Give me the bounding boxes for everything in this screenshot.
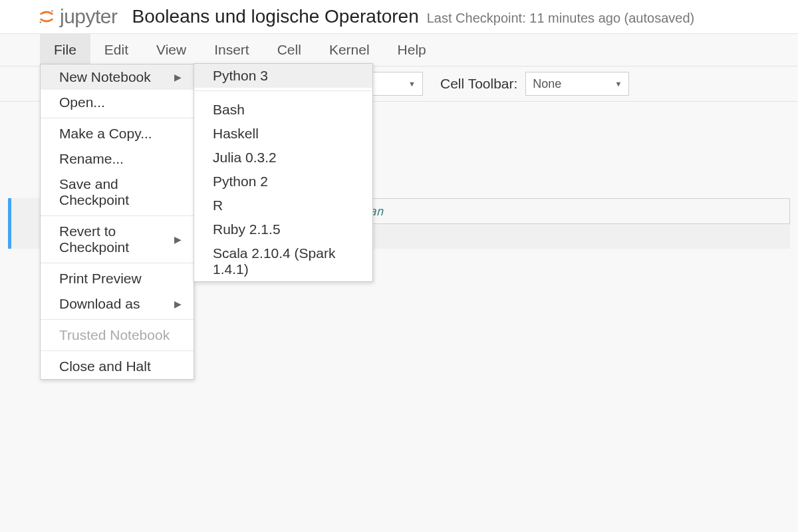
menu-separator	[41, 263, 194, 263]
notebook-header: jupyter Booleans und logische Operatoren…	[0, 0, 798, 34]
kernel-option-python-2[interactable]: Python 2	[194, 170, 372, 194]
file-menu-revert-to-checkpoint[interactable]: Revert to Checkpoint▶	[41, 219, 194, 260]
cell-toolbar-label: Cell Toolbar:	[440, 76, 517, 92]
menu-insert[interactable]: Insert	[200, 34, 263, 66]
kernel-option-bash[interactable]: Bash	[194, 98, 372, 122]
kernel-option-scala-2-10-4-spark-1-4-1[interactable]: Scala 2.10.4 (Spark 1.4.1)	[194, 241, 372, 281]
jupyter-logo-icon	[37, 7, 56, 26]
menu-item-label: Trusted Notebook	[59, 327, 170, 343]
menu-item-label: Rename...	[59, 151, 124, 167]
cell-toolbar-select[interactable]: None	[525, 72, 629, 96]
file-menu-trusted-notebook: Trusted Notebook	[41, 323, 194, 348]
menubar: FileEditViewInsertCellKernelHelp	[0, 34, 798, 66]
file-menu-save-and-checkpoint[interactable]: Save and Checkpoint	[41, 172, 194, 213]
file-menu-dropdown: New Notebook▶Open...Make a Copy...Rename…	[40, 64, 194, 380]
menu-item-label: New Notebook	[59, 69, 151, 85]
code-input[interactable]: 3 > 1	[141, 321, 790, 346]
menu-item-label: Close and Halt	[59, 358, 151, 374]
file-menu-open[interactable]: Open...	[41, 90, 194, 115]
menu-item-label: Download as	[59, 296, 140, 312]
cell-toolbar-value: None	[533, 77, 561, 91]
chevron-right-icon: ▶	[174, 72, 182, 82]
menu-edit[interactable]: Edit	[90, 34, 142, 66]
menu-item-label: Open...	[59, 94, 105, 110]
checkpoint-text: Last Checkpoint: 11 minutes ago (autosav…	[427, 11, 694, 26]
menu-item-label: Save and Checkpoint	[59, 176, 182, 208]
file-menu-download-as[interactable]: Download as▶	[41, 291, 194, 317]
menu-view[interactable]: View	[142, 34, 200, 66]
kernel-option-python-3[interactable]: Python 3	[194, 64, 372, 88]
new-notebook-submenu: Python 3BashHaskellJulia 0.3.2Python 2RR…	[194, 63, 373, 282]
kernel-option-r[interactable]: R	[194, 194, 372, 217]
jupyter-logo-text: jupyter	[60, 5, 118, 28]
chevron-right-icon: ▶	[174, 299, 182, 309]
file-menu-rename[interactable]: Rename...	[41, 146, 194, 172]
menu-item-label: Revert to Checkpoint	[59, 223, 174, 255]
menu-separator	[41, 118, 194, 118]
kernel-option-haskell[interactable]: Haskell	[194, 122, 372, 146]
menu-item-label: Make a Copy...	[59, 126, 152, 142]
menu-item-label: Print Preview	[59, 271, 142, 287]
notebook-title[interactable]: Booleans und logische Operatoren	[132, 6, 419, 27]
svg-point-0	[51, 10, 53, 12]
svg-point-1	[40, 21, 42, 23]
menu-separator	[41, 215, 194, 216]
kernel-option-julia-0-3-2[interactable]: Julia 0.3.2	[194, 146, 372, 170]
menu-separator	[41, 350, 194, 351]
chevron-right-icon: ▶	[174, 234, 182, 245]
file-menu-print-preview[interactable]: Print Preview	[41, 266, 194, 291]
title-area: Booleans und logische Operatoren Last Ch…	[132, 6, 695, 27]
file-menu-new-notebook[interactable]: New Notebook▶	[41, 65, 194, 90]
menu-cell[interactable]: Cell	[263, 34, 315, 66]
menu-kernel[interactable]: Kernel	[315, 34, 384, 66]
menu-file[interactable]: File	[40, 34, 90, 66]
jupyter-logo[interactable]: jupyter	[37, 5, 118, 28]
menu-help[interactable]: Help	[384, 34, 440, 66]
file-menu-close-and-halt[interactable]: Close and Halt	[41, 354, 194, 379]
kernel-option-ruby-2-1-5[interactable]: Ruby 2.1.5	[194, 217, 372, 241]
menu-separator	[41, 319, 194, 320]
menu-separator	[194, 90, 372, 91]
file-menu-make-a-copy[interactable]: Make a Copy...	[41, 121, 194, 146]
